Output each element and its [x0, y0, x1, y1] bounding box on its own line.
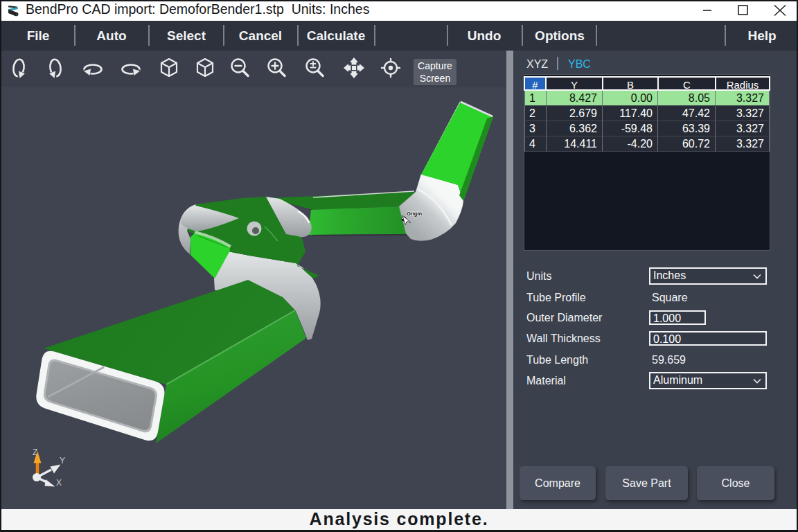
svg-text:Z: Z	[33, 447, 37, 457]
svg-text:Y: Y	[60, 456, 65, 466]
svg-text:X: X	[56, 478, 62, 488]
svg-text:Origin: Origin	[407, 211, 423, 217]
